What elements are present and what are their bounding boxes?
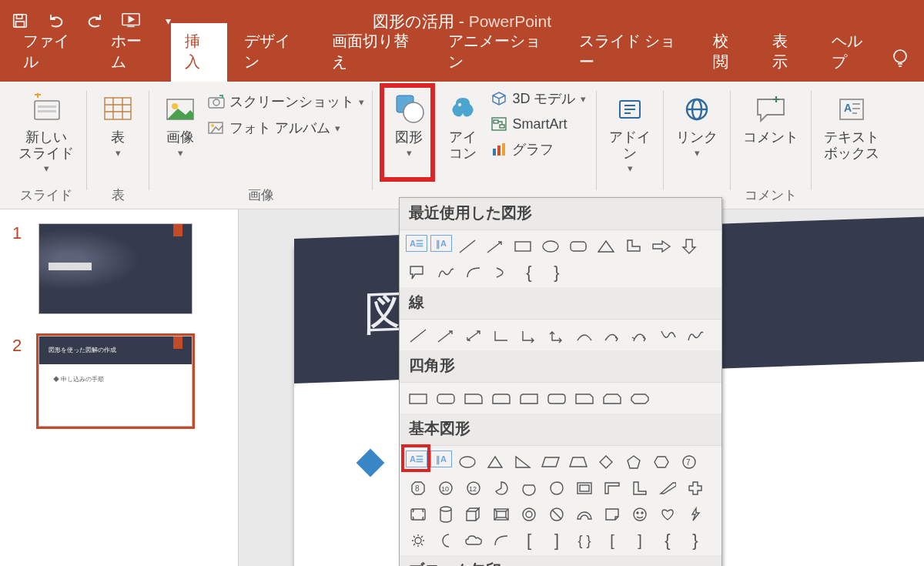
shape-bracket-rl[interactable]: ] [628,529,652,552]
shape-smiley[interactable] [628,503,652,526]
shape-moon[interactable] [434,529,458,552]
shape-rect-8[interactable] [600,387,624,410]
shape-elbow-darrow[interactable] [544,324,569,347]
shape-arc[interactable] [461,261,486,284]
comment-button[interactable]: コメント [738,88,803,149]
shape-brace-r[interactable]: } [544,261,569,284]
shape-brace-l[interactable]: { [517,261,541,284]
shape-pentagon[interactable] [621,450,646,474]
shape-diagstripe[interactable] [655,477,680,500]
shape-textbox-v2[interactable]: ‖A [430,450,452,467]
3d-models-button[interactable]: 3D モデル ▾ [490,89,585,108]
shape-teardrop[interactable] [544,477,569,500]
shape-rect-5[interactable] [517,387,541,410]
shape-arrow-right[interactable] [649,235,674,258]
shape-rect-3[interactable] [461,387,486,410]
thumbnail-row-1[interactable]: 1 [12,223,226,314]
addins-button[interactable]: アドイ ン ▾ [604,88,655,177]
thumbnail-row-2[interactable]: 2 図形を使った図解の作成 ◆ 申し込みの手順 [12,336,226,427]
shape-textbox-h2[interactable]: A☰ [406,450,427,467]
photo-album-button[interactable]: フォト アルバム ▾ [208,119,364,137]
shape-line[interactable] [455,235,480,258]
shape-oval-b[interactable] [455,450,480,474]
thumbnail-2[interactable]: 図形を使った図解の作成 ◆ 申し込みの手順 [38,336,192,427]
shape-cube[interactable] [461,503,486,526]
shape-para[interactable] [538,450,563,474]
shape-can[interactable] [434,503,458,526]
link-button[interactable]: リンク ▾ [671,88,722,162]
shape-line-1[interactable] [406,324,430,347]
shape-blockarc[interactable] [572,503,597,526]
shape-arc2[interactable] [489,529,514,552]
shape-dodecagon[interactable]: 12 [461,477,486,500]
shape-donut[interactable] [517,503,541,526]
shape-brace-r2[interactable]: } [683,529,708,552]
shape-elbow[interactable] [489,324,514,347]
shape-scribble[interactable] [434,261,458,284]
shape-curve[interactable] [572,324,597,347]
shape-rect-6[interactable] [544,387,569,410]
shape-bracket-l[interactable]: [ [517,529,541,552]
shape-rect-2[interactable] [434,387,458,410]
table-button[interactable]: 表 ▾ [95,88,141,162]
pictures-button[interactable]: 画像 ▾ [157,88,203,162]
shape-rect-1[interactable] [406,387,430,410]
shape-roundrect[interactable] [566,235,591,258]
shape-chord[interactable] [489,261,514,284]
shape-textbox-h[interactable]: A☰ [406,235,427,252]
tab-review[interactable]: 校閲 [699,23,755,82]
shape-arrow-down[interactable] [677,235,701,258]
shape-diamond[interactable] [594,450,618,474]
new-slide-button[interactable]: 新しい スライド ▾ [14,88,79,177]
shape-chord2[interactable] [517,477,541,500]
shape-halfframe[interactable] [600,477,624,500]
shape-curve-arrow[interactable] [600,324,624,347]
shape-hexagon[interactable] [649,450,674,474]
start-from-beginning-icon[interactable] [122,12,140,30]
shape-arrowline[interactable] [483,235,507,258]
shape-decagon[interactable]: 10 [434,477,458,500]
save-icon[interactable] [11,12,29,30]
shape-triangle[interactable] [594,235,618,258]
icons-button[interactable]: アイ コン [440,88,486,164]
shape-freeform[interactable] [655,324,680,347]
shape-sun[interactable] [406,529,430,552]
tab-view[interactable]: 表示 [758,23,815,82]
shape-lightning[interactable] [683,503,708,526]
tab-file[interactable]: ファイル [9,23,94,82]
tab-insert[interactable]: 挿入 [171,23,227,82]
shapes-button[interactable]: 図形 ▾ [383,88,435,162]
shape-plaque[interactable] [406,503,430,526]
qat-more-icon[interactable]: ▾ [159,12,177,30]
shape-scribble2[interactable] [683,324,708,347]
shape-rtri-b[interactable] [511,450,535,474]
undo-icon[interactable] [48,12,66,30]
tab-slideshow[interactable]: スライド ショー [565,23,697,82]
shape-bracket-r[interactable]: ] [544,529,569,552]
shape-heptagon[interactable]: 7 [677,450,701,474]
tell-me-icon[interactable] [892,48,909,82]
tab-home[interactable]: ホーム [97,23,168,82]
shape-plus[interactable] [683,477,708,500]
shape-cloud[interactable] [461,529,486,552]
redo-icon[interactable] [85,12,103,30]
screenshot-button[interactable]: スクリーンショット ▾ [208,92,364,111]
shape-brace-pair[interactable]: { } [572,529,597,552]
smartart-button[interactable]: SmartArt [490,116,585,132]
shape-bevel[interactable] [489,503,514,526]
textbox-button[interactable]: A テキスト ボックス [819,88,884,164]
shape-elbow-arrow[interactable] [517,324,541,347]
shape-rect[interactable] [511,235,535,258]
shape-pie[interactable] [489,477,514,500]
thumbnail-1[interactable] [38,223,192,314]
chart-button[interactable]: グラフ [490,140,585,159]
tab-help[interactable]: ヘルプ [818,23,889,82]
shape-line-darrow[interactable] [461,324,486,347]
slide-bullet[interactable] [360,453,380,473]
shape-nosymbol[interactable] [544,503,569,526]
shape-oval[interactable] [538,235,563,258]
shape-textbox-v[interactable]: ‖A [430,235,452,252]
shape-tri-b[interactable] [483,450,507,474]
shape-lshape2[interactable] [628,477,652,500]
shape-trap[interactable] [566,450,591,474]
